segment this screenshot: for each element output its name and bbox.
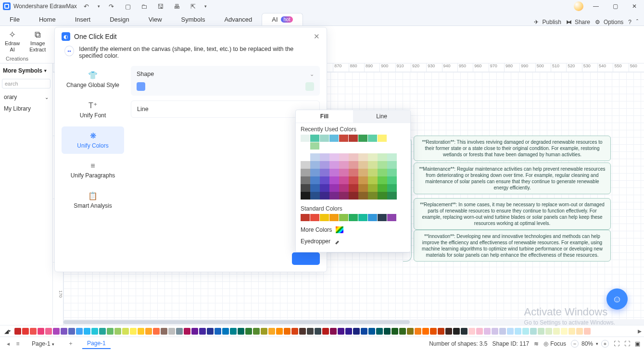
menu-view[interactable]: View	[139, 13, 172, 25]
color-swatch[interactable]	[310, 161, 320, 169]
window-close-button[interactable]: ✕	[625, 0, 644, 12]
colorstrip-swatch[interactable]	[68, 328, 75, 335]
color-swatch[interactable]	[320, 184, 329, 192]
colorstrip-swatch[interactable]	[568, 328, 575, 335]
user-avatar-icon[interactable]	[574, 1, 583, 11]
collapse-ribbon-button[interactable]: ˆ	[636, 19, 638, 25]
mindmap-node-replacement[interactable]: **Replacement**: In some cases, it may b…	[414, 198, 611, 230]
colorstrip-swatch[interactable]	[515, 328, 521, 335]
colorstrip-swatch[interactable]	[307, 328, 314, 335]
colorstrip-swatch[interactable]	[161, 328, 167, 335]
color-swatch[interactable]	[301, 142, 310, 150]
color-swatch[interactable]	[368, 192, 378, 200]
color-swatch[interactable]	[368, 135, 377, 142]
colorstrip-swatch[interactable]	[322, 328, 329, 335]
fit-page-button[interactable]: ⛶	[614, 340, 619, 347]
colorstrip-swatch[interactable]	[522, 328, 529, 335]
export-dropdown-icon[interactable]: ▾	[203, 0, 209, 12]
colorstrip-swatch[interactable]	[330, 328, 337, 335]
color-swatch[interactable]	[339, 192, 349, 200]
colorstrip-swatch[interactable]	[38, 328, 44, 335]
color-swatch[interactable]	[378, 184, 387, 192]
colorstrip-swatch[interactable]	[422, 328, 429, 335]
eyedropper-button[interactable]: Eyedropper	[296, 236, 410, 247]
layers-button[interactable]: ≋	[534, 340, 539, 347]
color-swatch[interactable]	[329, 184, 339, 192]
my-library-item[interactable]: My Library	[2, 104, 51, 113]
color-swatch[interactable]	[329, 214, 339, 221]
color-swatch[interactable]	[378, 176, 387, 184]
color-swatch[interactable]	[320, 161, 329, 169]
color-swatch[interactable]	[387, 192, 397, 200]
presentation-button[interactable]: ▣	[635, 340, 640, 347]
color-swatch[interactable]	[349, 153, 358, 161]
colorstrip-swatch[interactable]	[145, 328, 152, 335]
colorstrip-swatch[interactable]	[499, 328, 506, 335]
color-swatch[interactable]	[349, 184, 358, 192]
color-swatch[interactable]	[349, 214, 358, 221]
color-swatch[interactable]	[339, 214, 348, 221]
color-swatch[interactable]	[349, 169, 358, 176]
symbol-search-input[interactable]: earch	[2, 79, 51, 88]
colorstrip-swatch[interactable]	[561, 328, 568, 335]
color-swatch[interactable]	[368, 169, 378, 176]
color-swatch[interactable]	[349, 176, 358, 184]
color-swatch[interactable]	[339, 176, 349, 184]
dialog-close-button[interactable]: ✕	[314, 32, 320, 41]
menu-home[interactable]: Home	[29, 13, 65, 25]
colorstrip-swatch[interactable]	[130, 328, 137, 335]
color-swatch[interactable]	[358, 135, 367, 142]
side-unify-font[interactable]: T⁺ Unify Font	[62, 96, 124, 124]
color-swatch[interactable]	[387, 214, 396, 221]
color-swatch[interactable]	[358, 176, 368, 184]
color-swatch[interactable]	[349, 192, 358, 200]
popover-tab-fill[interactable]: Fill	[296, 110, 353, 123]
colorstrip-swatch[interactable]	[376, 328, 383, 335]
ribbon-image-extract[interactable]: ⧉ Image Extract	[25, 26, 51, 63]
color-swatch[interactable]	[320, 176, 329, 184]
colorstrip-swatch[interactable]	[184, 328, 190, 335]
color-swatch[interactable]	[378, 169, 387, 176]
color-swatch[interactable]	[368, 214, 377, 221]
colorstrip-swatch[interactable]	[484, 328, 491, 335]
color-swatch[interactable]	[301, 161, 310, 169]
colorstrip-swatch[interactable]	[368, 328, 375, 335]
mindmap-node-restoration[interactable]: **Restoration**: This involves reviving …	[414, 136, 611, 161]
share-button[interactable]: ⧓Share	[566, 19, 590, 25]
colorstrip-swatch[interactable]	[199, 328, 206, 335]
colorstrip-swatch[interactable]	[261, 328, 267, 335]
colorstrip-swatch[interactable]	[338, 328, 344, 335]
color-swatch[interactable]	[387, 176, 397, 184]
color-swatch[interactable]	[329, 161, 339, 169]
options-button[interactable]: ⚙Options	[595, 19, 623, 25]
shape-from-color-swatch[interactable]	[137, 82, 145, 91]
color-swatch[interactable]	[310, 169, 320, 176]
colorstrip-swatch[interactable]	[361, 328, 367, 335]
color-swatch[interactable]	[329, 169, 339, 176]
page-list-button[interactable]: ≡	[13, 339, 22, 349]
color-swatch[interactable]	[301, 153, 310, 161]
redo-icon[interactable]: ↷	[105, 0, 118, 12]
colorstrip-swatch[interactable]	[476, 328, 483, 335]
window-maximize-button[interactable]: ▢	[606, 0, 625, 12]
color-swatch[interactable]	[378, 214, 387, 221]
color-swatch[interactable]	[320, 153, 329, 161]
colorstrip-swatch[interactable]	[45, 328, 52, 335]
colorstrip-swatch[interactable]	[238, 328, 244, 335]
colorstrip-swatch[interactable]	[107, 328, 114, 335]
colorstrip-swatch[interactable]	[407, 328, 414, 335]
color-swatch[interactable]	[320, 169, 329, 176]
colorstrip-swatch[interactable]	[84, 328, 90, 335]
color-swatch[interactable]	[339, 161, 349, 169]
color-swatch[interactable]	[368, 176, 378, 184]
colorstrip-swatch[interactable]	[30, 328, 37, 335]
colorstrip-swatch[interactable]	[584, 328, 591, 335]
color-swatch[interactable]	[329, 176, 339, 184]
colorstrip-swatch[interactable]	[415, 328, 421, 335]
color-swatch[interactable]	[358, 214, 367, 221]
print-icon[interactable]: 🖶	[170, 0, 184, 12]
colorstrip-swatch[interactable]	[453, 328, 460, 335]
colorstrip-swatch[interactable]	[576, 328, 583, 335]
more-colors-button[interactable]: More Colors	[296, 224, 410, 236]
colorstrip-swatch[interactable]	[253, 328, 260, 335]
